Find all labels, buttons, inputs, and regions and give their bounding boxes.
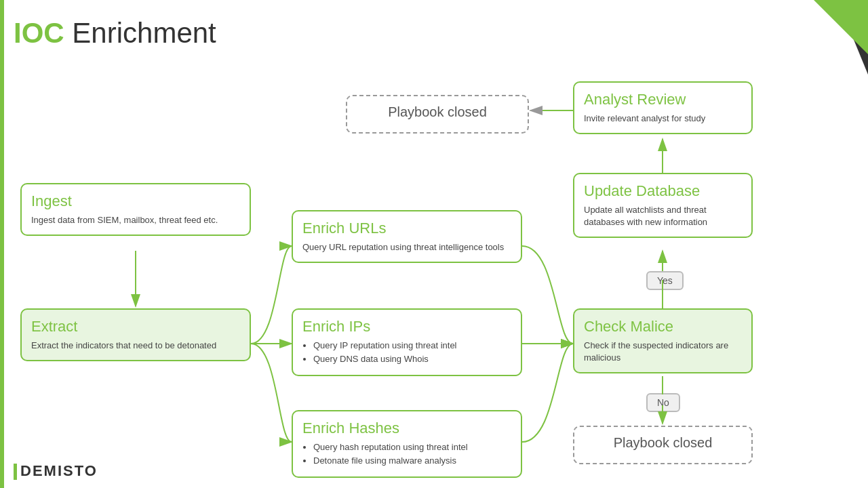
playbook-closed-bottom-node: Playbook closed <box>573 426 753 464</box>
extract-node: Extract Extract the indicators that need… <box>20 308 251 361</box>
check-malice-node: Check Malice Check if the suspected indi… <box>573 308 753 373</box>
enrich-ips-item-2: Query DNS data using Whois <box>313 353 511 365</box>
left-accent-bar <box>0 0 4 488</box>
enrich-hashes-item-2: Detonate file using malware analysis <box>313 455 511 467</box>
enrich-ips-node: Enrich IPs Query IP reputation using thr… <box>292 308 522 376</box>
logo-bar <box>14 464 17 480</box>
page-title: IOC Enrichment <box>14 17 216 49</box>
enrich-ips-item-1: Query IP reputation using threat intel <box>313 340 511 352</box>
yes-decision: Yes <box>646 271 684 290</box>
logo: DEMISTO <box>14 462 98 480</box>
enrich-urls-node: Enrich URLs Query URL reputation using t… <box>292 210 522 263</box>
ingest-node: Ingest Ingest data from SIEM, mailbox, t… <box>20 183 251 236</box>
update-database-node: Update Database Update all watchlists an… <box>573 173 753 238</box>
analyst-review-node: Analyst Review Invite relevant analyst f… <box>573 81 753 134</box>
playbook-closed-top-node: Playbook closed <box>346 95 529 134</box>
enrich-hashes-node: Enrich Hashes Query hash reputation usin… <box>292 410 522 478</box>
no-decision: No <box>646 393 680 412</box>
enrich-hashes-item-1: Query hash reputation using threat intel <box>313 441 511 453</box>
